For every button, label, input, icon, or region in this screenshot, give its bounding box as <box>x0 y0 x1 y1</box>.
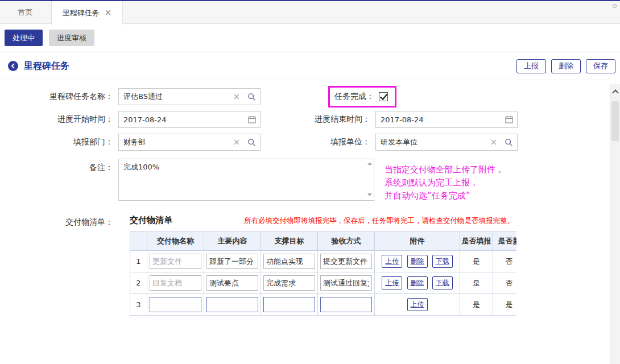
table-row: 1 上传 删除 下载 是 否 <box>130 251 517 272</box>
row-number: 3 <box>130 294 147 316</box>
annotation-note: 当指定交付物全部上传了附件， 系统则默认为完工上报， 并自动勾选“任务完成” <box>385 163 504 202</box>
save-button[interactable]: 保存 <box>586 59 615 73</box>
main-content-input[interactable] <box>206 254 258 269</box>
upload-button[interactable]: 上传 <box>407 298 428 311</box>
main-content-input[interactable] <box>206 297 258 312</box>
main-content-input[interactable] <box>206 275 258 291</box>
textarea-scroll-up-icon[interactable] <box>367 162 372 165</box>
annotation-line: 当指定交付物全部上传了附件， <box>385 163 504 176</box>
tab-home[interactable]: 首页 <box>0 1 51 24</box>
col-name: 交付物名称 <box>147 232 204 251</box>
attachment-cell: 上传 <box>375 294 460 316</box>
task-done-highlight-box: 任务完成： <box>328 86 396 107</box>
filled-flag: 是 <box>460 272 493 294</box>
end-date-label: 进度结束时间： <box>261 114 374 125</box>
row-number: 1 <box>130 251 147 272</box>
report-button[interactable]: 上报 <box>516 59 546 73</box>
deliverables-warning: 所有必填交付物即将填报完毕，保存后，任务即将完工，请检查交付物是否填报完整。 <box>244 216 516 226</box>
task-done-checkbox[interactable] <box>379 92 388 101</box>
back-icon[interactable] <box>8 61 18 71</box>
task-name-field: × <box>118 88 261 105</box>
table-header-row: 交付物名称 主要内容 支撑目标 验收方式 附件 是否填报 是否新 <box>130 232 517 251</box>
col-index <box>130 232 147 251</box>
task-name-input[interactable] <box>119 93 230 101</box>
deliverables-panel: 交付物清单 所有必填交付物即将填报完毕，保存后，任务即将完工，请检查交付物是否填… <box>118 213 516 316</box>
col-target: 支撑目标 <box>261 232 318 251</box>
remark-label: 备注： <box>0 159 117 173</box>
start-date-label: 进度开始时间： <box>0 114 117 125</box>
remark-textarea[interactable]: 完成100% <box>118 159 374 201</box>
page-title: 里程碑任务 <box>24 60 69 72</box>
delete-attachment-button[interactable]: 删除 <box>407 255 428 268</box>
page-header: 里程碑任务 上报 删除 保存 <box>0 52 620 80</box>
unit-input[interactable] <box>376 138 487 147</box>
support-target-input[interactable] <box>263 275 315 291</box>
is-new-flag: 否 <box>493 251 517 272</box>
acceptance-method-input[interactable] <box>320 297 372 312</box>
download-button[interactable]: 下载 <box>432 276 453 289</box>
scrollbar[interactable] <box>610 84 620 364</box>
status-review-button[interactable]: 进度审核 <box>49 30 94 46</box>
is-new-flag: 否 <box>493 272 517 294</box>
col-is-new: 是否新 <box>493 232 517 251</box>
annotation-line: 系统则默认为完工上报， <box>385 176 504 189</box>
upload-button[interactable]: 上传 <box>382 276 402 289</box>
clear-icon[interactable]: × <box>230 138 243 147</box>
unit-label: 填报单位： <box>261 137 374 147</box>
status-toolbar: 处理中 进度审核 <box>0 24 620 52</box>
end-date-input[interactable] <box>376 115 501 124</box>
is-new-flag: 是 <box>493 294 517 316</box>
deliverables-label: 交付物清单： <box>0 213 117 228</box>
delete-button[interactable]: 删除 <box>551 59 581 73</box>
annotation-line: 并自动勾选“任务完成” <box>385 189 504 202</box>
col-filled: 是否填报 <box>460 232 493 251</box>
calendar-icon[interactable] <box>244 115 260 123</box>
delete-attachment-button[interactable]: 删除 <box>407 276 428 289</box>
attachment-cell: 上传 删除 下载 <box>375 251 460 272</box>
search-icon[interactable] <box>243 138 260 147</box>
support-target-input[interactable] <box>263 297 315 312</box>
attachment-cell: 上传 删除 下载 <box>375 272 460 294</box>
department-input[interactable] <box>119 138 230 147</box>
clear-icon[interactable]: × <box>487 138 500 147</box>
filled-flag: 是 <box>460 294 493 316</box>
support-target-input[interactable] <box>263 254 315 269</box>
unit-field: × <box>375 134 518 151</box>
corner-icon <box>613 4 617 8</box>
textarea-scroll-down-icon[interactable] <box>367 193 372 196</box>
header-actions: 上报 删除 保存 <box>511 59 615 73</box>
col-method: 验收方式 <box>318 232 375 251</box>
tab-milestone-task[interactable]: 里程碑任务 × <box>51 1 123 24</box>
acceptance-method-input[interactable] <box>320 254 372 269</box>
status-processing-button[interactable]: 处理中 <box>5 30 43 46</box>
acceptance-method-input[interactable] <box>320 275 372 291</box>
start-date-input[interactable] <box>119 115 244 124</box>
clear-icon[interactable]: × <box>230 93 243 101</box>
col-attachment: 附件 <box>375 232 460 251</box>
deliverable-name-input[interactable] <box>150 254 201 269</box>
start-date-field <box>118 111 261 128</box>
scroll-up-arrow[interactable] <box>610 89 620 97</box>
download-button[interactable]: 下载 <box>432 255 453 268</box>
upload-button[interactable]: 上传 <box>382 255 402 268</box>
calendar-icon[interactable] <box>501 115 517 123</box>
col-content: 主要内容 <box>204 232 261 251</box>
search-icon[interactable] <box>243 93 260 101</box>
deliverables-title: 交付物清单 <box>130 215 172 226</box>
deliverables-table: 交付物名称 主要内容 支撑目标 验收方式 附件 是否填报 是否新 1 <box>130 231 516 316</box>
department-label: 填报部门： <box>0 137 117 147</box>
tab-close-icon[interactable]: × <box>105 9 112 17</box>
scrollbar-thumb[interactable] <box>611 101 619 141</box>
deliverable-name-input[interactable] <box>150 297 201 312</box>
tab-milestone-label: 里程碑任务 <box>63 8 100 18</box>
table-row: 3 上传 是 是 <box>130 294 517 316</box>
deliverable-name-input[interactable] <box>150 275 201 291</box>
tab-bar: 首页 里程碑任务 × <box>0 1 620 24</box>
task-done-label: 任务完成： <box>334 92 374 102</box>
search-icon[interactable] <box>500 138 517 147</box>
deliverables-panel-header: 交付物清单 所有必填交付物即将填报完毕，保存后，任务即将完工，请检查交付物是否填… <box>118 213 516 231</box>
end-date-field <box>375 111 518 128</box>
filled-flag: 是 <box>460 251 493 272</box>
task-name-label: 里程碑任务名称： <box>0 92 117 102</box>
remark-field: 完成100% <box>118 159 374 201</box>
